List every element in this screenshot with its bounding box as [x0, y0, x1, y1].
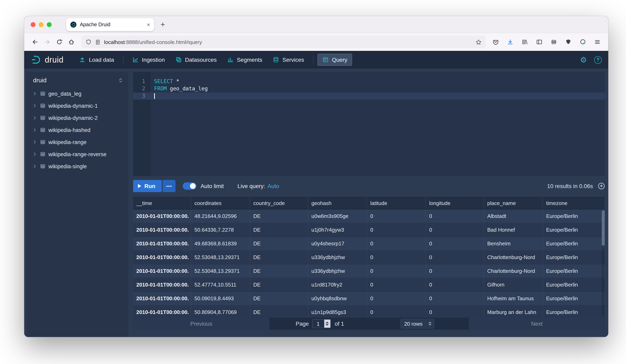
settings-gear-icon[interactable]: ⚙	[580, 56, 587, 64]
table-cell[interactable]: 0	[367, 305, 426, 318]
table-cell[interactable]: DE	[250, 209, 308, 223]
brand[interactable]: druid	[31, 54, 64, 65]
nav-load-data[interactable]: Load data	[75, 54, 119, 66]
adblock-shield-icon[interactable]	[562, 36, 574, 48]
table-cell[interactable]: u336ydbhjzhw	[308, 264, 367, 278]
table-cell[interactable]: u1j0h7r4gyw3	[308, 223, 367, 237]
tree-item-datasource[interactable]: wikipedia-dynamic-1	[27, 100, 128, 112]
table-cell[interactable]: 2010-01-01T00:00:00.	[133, 264, 191, 278]
nav-datasources[interactable]: Datasources	[170, 54, 221, 66]
page-size-select[interactable]: 20 rows	[400, 319, 434, 328]
auto-limit-toggle[interactable]	[183, 182, 196, 190]
column-header-__time[interactable]: __time	[133, 197, 191, 209]
column-header-country_code[interactable]: country_code	[250, 197, 308, 209]
table-cell[interactable]: u0y4shesrp17	[308, 237, 367, 251]
table-cell[interactable]: 52.53048,13.29371	[191, 251, 250, 264]
tree-item-datasource[interactable]: wikipedia-hashed	[27, 124, 128, 136]
table-cell[interactable]: 0	[426, 292, 484, 305]
table-cell[interactable]: Europe/Berlin	[543, 305, 605, 318]
table-cell[interactable]: 0	[426, 278, 484, 292]
table-cell[interactable]: DE	[250, 278, 308, 292]
url-bar[interactable]: localhost:8888/unified-console.html#quer…	[81, 36, 486, 48]
download-results-icon[interactable]	[598, 182, 605, 190]
table-cell[interactable]: DE	[250, 292, 308, 305]
table-cell[interactable]: Europe/Berlin	[543, 209, 605, 223]
table-cell[interactable]: Europe/Berlin	[543, 278, 605, 292]
run-more-button[interactable]: •••	[162, 180, 175, 192]
table-cell[interactable]: 0	[426, 251, 484, 264]
column-header-latitude[interactable]: latitude	[367, 197, 426, 209]
table-cell[interactable]: DE	[250, 237, 308, 251]
table-cell[interactable]: u0w6m3s905ge	[308, 209, 367, 223]
table-cell[interactable]: DE	[250, 264, 308, 278]
page-info-icon[interactable]	[95, 39, 101, 45]
table-cell[interactable]: u336ydbhjzhw	[308, 251, 367, 264]
library-icon[interactable]	[519, 36, 531, 48]
new-tab-button[interactable]: +	[160, 21, 165, 28]
table-cell[interactable]: 48.21644,9.02596	[191, 209, 250, 223]
table-cell[interactable]: 2010-01-01T00:00:00.	[133, 278, 191, 292]
pocket-icon[interactable]	[490, 36, 502, 48]
reload-icon[interactable]	[53, 36, 65, 48]
downloads-icon[interactable]	[504, 36, 516, 48]
table-cell[interactable]: 2010-01-01T00:00:00.	[133, 292, 191, 305]
table-cell[interactable]: 0	[367, 237, 426, 251]
table-cell[interactable]: Charlottenburg-Nord	[484, 264, 543, 278]
next-page-button[interactable]: Next	[469, 318, 605, 330]
sidebar-toggle-icon[interactable]	[533, 36, 545, 48]
table-cell[interactable]: 2010-01-01T00:00:00.	[133, 237, 191, 251]
spinner-down-icon[interactable]	[325, 324, 329, 326]
nav-services[interactable]: Services	[268, 54, 309, 66]
nav-ingestion[interactable]: Ingestion	[127, 54, 170, 66]
table-cell[interactable]: 0	[426, 209, 484, 223]
permissions-shield-icon[interactable]	[85, 39, 92, 45]
column-header-place_name[interactable]: place_name	[484, 197, 543, 209]
home-icon[interactable]	[65, 36, 78, 48]
table-cell[interactable]: u1n1p9d85gs3	[308, 305, 367, 318]
table-cell[interactable]: Hofheim am Taunus	[484, 292, 543, 305]
table-cell[interactable]: Europe/Berlin	[543, 223, 605, 237]
table-cell[interactable]: u1rd8170fry2	[308, 278, 367, 292]
sort-double-caret-icon[interactable]	[118, 77, 123, 83]
vertical-scrollbar[interactable]	[602, 210, 605, 317]
table-cell[interactable]: Albstadt	[484, 209, 543, 223]
nav-segments[interactable]: Segments	[222, 54, 267, 66]
privacy-badge-icon[interactable]	[577, 36, 589, 48]
sql-editor[interactable]: 1 SELECT * 2 FROM geo_data_leg 3	[133, 72, 605, 176]
table-cell[interactable]: 0	[367, 209, 426, 223]
column-header-coordinates[interactable]: coordinates	[191, 197, 250, 209]
table-cell[interactable]: DE	[250, 223, 308, 237]
table-cell[interactable]: 0	[367, 251, 426, 264]
table-cell[interactable]: Europe/Berlin	[543, 237, 605, 251]
tree-item-datasource[interactable]: geo_data_leg	[27, 87, 128, 100]
tree-item-datasource[interactable]: wikipedia-dynamic-2	[27, 112, 128, 124]
page-spinner[interactable]	[324, 319, 331, 328]
table-cell[interactable]: 52.53048,13.29371	[191, 264, 250, 278]
table-cell[interactable]: 0	[367, 264, 426, 278]
tree-item-datasource[interactable]: wikipedia-range-reverse	[27, 148, 128, 160]
table-cell[interactable]: 50.09019,8.4493	[191, 292, 250, 305]
schema-row[interactable]: druid	[27, 77, 128, 87]
minimize-window-button[interactable]	[39, 22, 43, 27]
table-cell[interactable]: Bad Honnef	[484, 223, 543, 237]
previous-page-button[interactable]: Previous	[133, 318, 270, 330]
help-icon[interactable]: ?	[594, 56, 602, 64]
menu-icon[interactable]	[591, 36, 603, 48]
table-cell[interactable]: 2010-01-01T00:00:00.	[133, 251, 191, 264]
bookmark-star-icon[interactable]	[475, 39, 482, 45]
table-cell[interactable]: Europe/Berlin	[543, 264, 605, 278]
table-cell[interactable]: 52.47774,10.5511	[191, 278, 250, 292]
table-cell[interactable]: 0	[426, 305, 484, 318]
zoom-window-button[interactable]	[47, 22, 52, 27]
table-cell[interactable]: Gifhorn	[484, 278, 543, 292]
live-query-value[interactable]: Auto	[268, 183, 279, 189]
table-cell[interactable]: 0	[367, 292, 426, 305]
table-cell[interactable]: 0	[426, 223, 484, 237]
table-cell[interactable]: DE	[250, 251, 308, 264]
table-cell[interactable]: 0	[367, 223, 426, 237]
tree-item-datasource[interactable]: wikipedia-range	[27, 136, 128, 148]
page-number-input[interactable]	[312, 319, 324, 328]
tab-close-icon[interactable]: ×	[147, 22, 150, 27]
back-icon[interactable]	[29, 36, 41, 48]
table-cell[interactable]: 2010-01-01T00:00:00.	[133, 209, 191, 223]
